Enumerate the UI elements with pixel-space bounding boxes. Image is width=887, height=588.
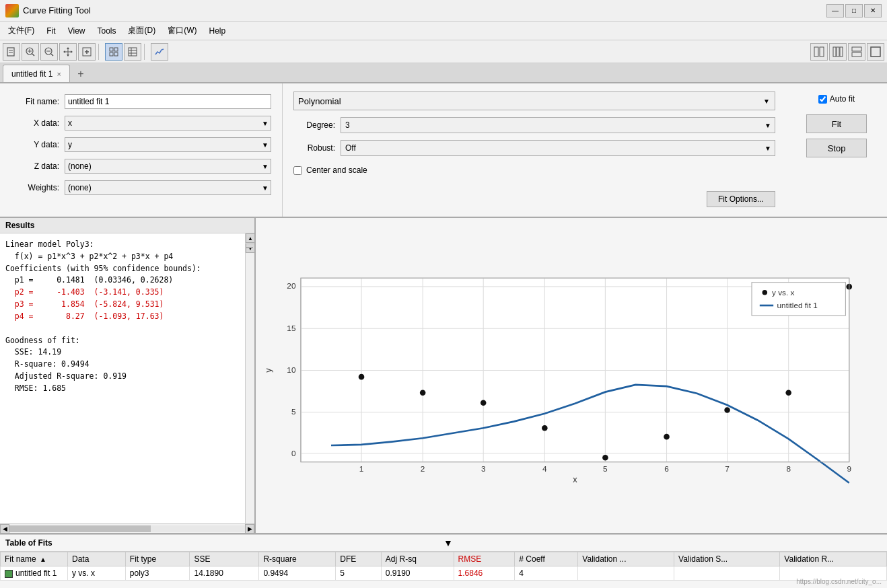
col-dfe[interactable]: DFE — [336, 552, 382, 566]
col-fit-type[interactable]: Fit type — [125, 552, 190, 566]
table-collapse-btn[interactable]: ▼ — [444, 538, 882, 548]
menu-view[interactable]: View — [63, 24, 91, 38]
tab-untitled-fit-1[interactable]: untitled fit 1 × — [3, 65, 70, 82]
svg-text:10: 10 — [287, 365, 296, 374]
toolbar-zoomout-btn[interactable] — [40, 43, 58, 61]
toolbar-layout4-btn[interactable] — [867, 43, 884, 61]
toolbar-insert-btn[interactable] — [78, 43, 96, 61]
results-panel: Results Linear model Poly3: f(x) = p1*x^… — [0, 218, 256, 533]
y-data-select[interactable]: y — [65, 137, 271, 152]
col-val2[interactable]: Validation S... — [674, 552, 780, 566]
top-panel: Fit name: X data: x ▼ Y data: y — [0, 83, 887, 218]
data-point-2 — [420, 390, 426, 396]
data-point-5 — [602, 455, 608, 461]
results-spacer — [5, 323, 242, 335]
close-button[interactable]: ✕ — [864, 4, 882, 17]
col-adj-r-sq[interactable]: Adj R-sq — [381, 552, 454, 566]
robust-label: Robust: — [293, 143, 341, 153]
svg-rect-30 — [852, 47, 861, 51]
svg-text:15: 15 — [287, 324, 296, 332]
vscroll-down-btn[interactable]: ▼ — [246, 244, 254, 253]
toolbar-layout1-btn[interactable] — [810, 43, 828, 61]
toolbar-pan-btn[interactable] — [59, 43, 77, 61]
hscroll-thumb[interactable] — [9, 525, 151, 532]
col-fit-name[interactable]: Fit name ▲ — [1, 552, 68, 566]
weights-select[interactable]: (none) — [65, 180, 271, 195]
menu-window[interactable]: 窗口(W) — [162, 23, 202, 38]
weights-row: Weights: (none) ▼ — [11, 180, 271, 195]
vscroll-up-btn[interactable]: ▲ — [246, 233, 254, 243]
maximize-button[interactable]: □ — [845, 4, 863, 17]
z-data-select[interactable]: (none) — [65, 159, 271, 174]
menu-desktop[interactable]: 桌面(D) — [122, 23, 161, 38]
results-vertical-scrollbar[interactable]: ▲ ▼ — [245, 233, 254, 523]
svg-rect-28 — [837, 47, 839, 57]
results-line-p2: p2 = -1.403 (-3.141, 0.335) — [5, 287, 242, 299]
x-data-select[interactable]: x — [65, 116, 271, 131]
x-data-label: X data: — [11, 118, 65, 128]
toolbar-zoomin-btn[interactable] — [22, 43, 39, 61]
fit-options-button[interactable]: Fit Options... — [707, 191, 775, 207]
plot-svg: 0 5 10 15 20 1 2 3 4 5 6 7 8 9 — [261, 223, 882, 527]
autofit-checkbox[interactable] — [818, 95, 827, 104]
fit-name-input[interactable] — [65, 94, 271, 109]
svg-marker-13 — [71, 50, 73, 53]
col-data[interactable]: Data — [68, 552, 126, 566]
col-rmse[interactable]: RMSE — [454, 552, 515, 566]
robust-row: Robust: Off LAR Bisquare ▼ — [293, 140, 775, 156]
table-row[interactable]: untitled fit 1 y vs. x poly3 14.1890 0.9… — [1, 566, 887, 581]
svg-text:3: 3 — [481, 464, 486, 473]
hscroll-left-btn[interactable]: ◀ — [0, 524, 9, 534]
vscroll-thumb[interactable] — [246, 247, 253, 248]
menu-help[interactable]: Help — [203, 24, 231, 38]
minimize-button[interactable]: — — [826, 4, 844, 17]
svg-rect-29 — [840, 47, 843, 57]
x-data-row: X data: x ▼ — [11, 116, 271, 131]
toolbar-table-btn[interactable] — [124, 43, 141, 61]
data-point-4 — [542, 425, 548, 431]
results-content: Linear model Poly3: f(x) = p1*x^3 + p2*x… — [0, 233, 254, 523]
col-val3[interactable]: Validation R... — [780, 552, 887, 566]
sort-arrow-icon: ▲ — [40, 556, 46, 563]
app-title: Curve Fitting Tool — [23, 5, 826, 15]
fit-type-select[interactable]: Polynomial Smoothing Spline Interpolant — [293, 91, 775, 110]
toolbar-grid-btn[interactable] — [105, 43, 122, 61]
y-data-label: Y data: — [11, 140, 65, 149]
toolbar-analysis-btn[interactable] — [151, 43, 168, 61]
stop-button[interactable]: Stop — [806, 139, 867, 157]
col-sse[interactable]: SSE — [190, 552, 259, 566]
chart-area: 0 5 10 15 20 1 2 3 4 5 6 7 8 9 — [256, 218, 887, 533]
autofit-row: Auto fit — [818, 94, 855, 104]
toolbar-layout2-btn[interactable] — [829, 43, 847, 61]
col-r-square[interactable]: R-square — [259, 552, 336, 566]
results-horizontal-scrollbar[interactable]: ◀ ▶ — [0, 523, 254, 533]
results-line-2: f(x) = p1*x^3 + p2*x^2 + p3*x + p4 — [5, 251, 242, 263]
menu-fit[interactable]: Fit — [41, 24, 61, 38]
svg-marker-10 — [67, 47, 69, 49]
toolbar-new-btn[interactable] — [3, 43, 20, 61]
tab-add-btn[interactable]: + — [73, 66, 89, 82]
hscroll-right-btn[interactable]: ▶ — [245, 524, 254, 534]
form-area: Fit name: X data: x ▼ Y data: y — [0, 83, 283, 217]
robust-select[interactable]: Off LAR Bisquare — [341, 140, 775, 156]
svg-text:5: 5 — [603, 464, 608, 473]
menu-tools[interactable]: Tools — [92, 24, 121, 38]
col-val1[interactable]: Validation ... — [578, 552, 674, 566]
col-coeff[interactable]: # Coeff — [515, 552, 578, 566]
svg-text:y: y — [263, 368, 273, 373]
cell-data: y vs. x — [68, 566, 126, 581]
degree-select[interactable]: 3 1 2 4 5 — [341, 117, 775, 133]
center-scale-checkbox[interactable] — [293, 166, 302, 175]
toolbar-layout3-btn[interactable] — [848, 43, 865, 61]
button-area: Auto fit Fit Stop — [786, 83, 887, 217]
data-point-3 — [481, 400, 487, 406]
svg-rect-21 — [129, 48, 137, 56]
svg-rect-32 — [871, 47, 880, 57]
menu-file[interactable]: 文件(F) — [3, 23, 40, 38]
titlebar: Curve Fitting Tool — □ ✕ — [0, 0, 887, 22]
cell-sse: 14.1890 — [190, 566, 259, 581]
svg-rect-31 — [852, 52, 861, 57]
fit-button[interactable]: Fit — [806, 114, 867, 133]
cell-fit-type: poly3 — [125, 566, 190, 581]
tab-close-btn[interactable]: × — [57, 70, 61, 78]
